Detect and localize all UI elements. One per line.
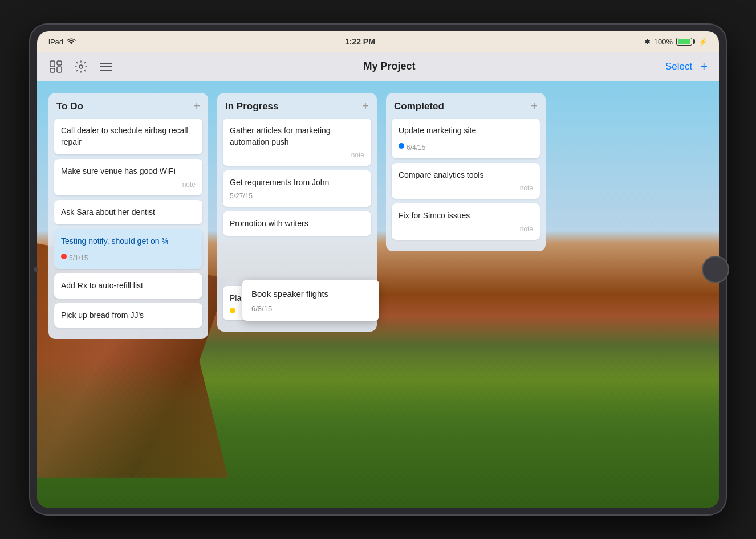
- battery-icon: [676, 38, 695, 46]
- card-c-1-text: Update marketing site: [399, 125, 533, 137]
- card-todo-4-date: 5/1/15: [69, 254, 88, 262]
- svg-rect-2: [50, 68, 55, 72]
- card-ip-2[interactable]: Get requirements from John 5/27/15: [223, 170, 371, 207]
- card-todo-2-text: Make sure venue has good WiFi: [61, 166, 196, 177]
- column-completed-title: Completed: [394, 101, 444, 112]
- card-ip-2-date: 5/27/15: [230, 192, 364, 200]
- card-todo-2[interactable]: Make sure venue has good WiFi note: [54, 159, 202, 195]
- card-todo-5[interactable]: Add Rx to auto-refill list: [54, 273, 202, 299]
- card-c-2-note: note: [399, 184, 533, 192]
- wifi-icon: [67, 38, 76, 46]
- toolbar-right: Select +: [665, 59, 708, 74]
- status-right: ✱ 100% ⚡: [644, 38, 708, 46]
- card-c-1[interactable]: Update marketing site 6/4/15: [392, 119, 540, 158]
- menu-icon[interactable]: [99, 59, 113, 74]
- toolbar: My Project Select +: [37, 52, 719, 81]
- svg-point-5: [79, 65, 83, 68]
- bluetooth-icon: ✱: [644, 38, 651, 46]
- column-inprogress-header: In Progress +: [223, 100, 371, 113]
- boards-icon[interactable]: [48, 59, 63, 74]
- card-todo-4-text: Testing notify, should get on ¾: [61, 236, 196, 247]
- column-todo-add[interactable]: +: [193, 100, 200, 113]
- card-todo-6[interactable]: Pick up bread from JJ's: [54, 303, 202, 328]
- board-area: To Do + Call dealer to schedule airbag r…: [37, 81, 719, 508]
- screen: iPad 1:22 PM ✱ 100%: [37, 31, 719, 508]
- home-button[interactable]: [702, 256, 729, 283]
- card-c-1-dot: [399, 143, 404, 149]
- status-time: 1:22 PM: [345, 37, 375, 46]
- card-c-2[interactable]: Compare analytics tools note: [392, 163, 540, 199]
- column-completed: Completed + Update marketing site 6/4/15…: [386, 93, 546, 251]
- card-c-3-note: note: [399, 225, 533, 233]
- status-bar: iPad 1:22 PM ✱ 100%: [37, 31, 719, 52]
- floating-card[interactable]: Book speaker flights 6/8/15: [242, 280, 379, 321]
- card-ip-2-text: Get requirements from John: [230, 177, 364, 189]
- card-c-2-text: Compare analytics tools: [399, 170, 533, 181]
- card-c-1-date-row: 6/4/15: [399, 140, 533, 152]
- floating-card-date: 6/8/15: [251, 304, 370, 313]
- card-todo-3-text: Ask Sara about her dentist: [61, 207, 196, 218]
- project-title: My Project: [363, 60, 415, 72]
- svg-point-0: [71, 43, 72, 44]
- card-c-3[interactable]: Fix for Simco issues note: [392, 203, 540, 240]
- camera: [34, 267, 38, 272]
- card-ip-1[interactable]: Gather articles for marketing automation…: [223, 119, 371, 166]
- card-todo-3[interactable]: Ask Sara about her dentist: [54, 200, 202, 225]
- card-todo-4[interactable]: Testing notify, should get on ¾ 5/1/15: [54, 229, 202, 269]
- card-c-1-date: 6/4/15: [407, 144, 425, 152]
- add-button[interactable]: +: [700, 59, 708, 74]
- column-inprogress-add[interactable]: +: [362, 100, 369, 113]
- select-button[interactable]: Select: [665, 61, 692, 72]
- card-todo-1-text: Call dealer to schedule airbag recall re…: [61, 125, 196, 148]
- card-c-3-text: Fix for Simco issues: [399, 210, 533, 222]
- card-todo-2-note: note: [61, 181, 196, 189]
- ipad-label: iPad: [48, 38, 63, 46]
- card-todo-4-date-row: 5/1/15: [61, 251, 196, 262]
- card-ip-3-text: Promotion with writers: [230, 218, 364, 230]
- card-ip-4-dot: [230, 308, 235, 313]
- column-inprogress-title: In Progress: [225, 101, 279, 112]
- vegetation-overlay: [37, 358, 719, 508]
- column-todo-header: To Do +: [54, 100, 202, 113]
- card-todo-4-dot: [61, 254, 67, 259]
- battery-percent: 100%: [654, 38, 673, 46]
- column-todo: To Do + Call dealer to schedule airbag r…: [48, 93, 208, 339]
- card-ip-1-note: note: [230, 151, 364, 159]
- status-left: iPad: [48, 38, 76, 46]
- card-ip-1-text: Gather articles for marketing automation…: [230, 125, 364, 148]
- card-ip-3[interactable]: Promotion with writers: [223, 211, 371, 236]
- svg-rect-1: [50, 61, 55, 67]
- column-completed-add[interactable]: +: [531, 100, 538, 113]
- svg-rect-4: [57, 67, 62, 72]
- floating-card-text: Book speaker flights: [251, 288, 370, 300]
- card-todo-5-text: Add Rx to auto-refill list: [61, 280, 196, 292]
- column-completed-header: Completed +: [392, 100, 540, 113]
- charging-icon: ⚡: [698, 38, 708, 46]
- settings-icon[interactable]: [74, 59, 88, 74]
- column-todo-title: To Do: [56, 101, 83, 112]
- svg-rect-3: [57, 61, 62, 65]
- toolbar-left: [48, 59, 113, 74]
- card-todo-6-text: Pick up bread from JJ's: [61, 310, 196, 321]
- device-frame: iPad 1:22 PM ✱ 100%: [30, 24, 726, 514]
- card-todo-1[interactable]: Call dealer to schedule airbag recall re…: [54, 119, 202, 154]
